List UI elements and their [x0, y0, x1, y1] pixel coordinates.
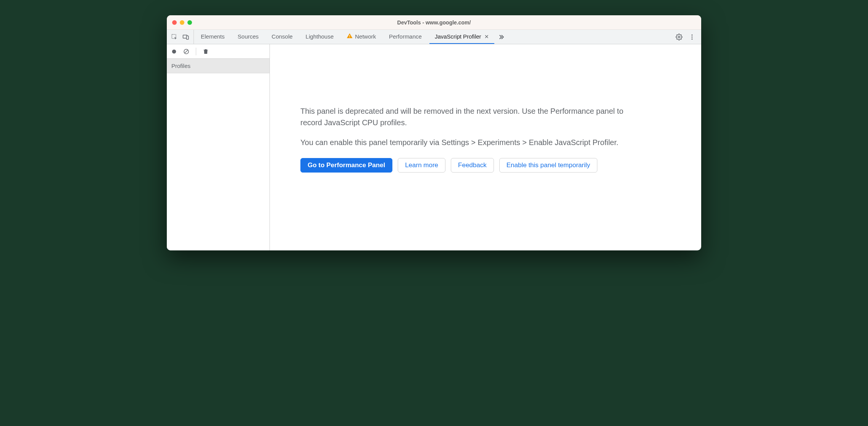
deprecation-paragraph-2: You can enable this panel temporarily vi…: [300, 137, 644, 148]
profiles-section-header[interactable]: Profiles: [167, 59, 269, 73]
tab-console[interactable]: Console: [266, 30, 298, 44]
learn-more-button[interactable]: Learn more: [398, 158, 445, 173]
devtools-tabs: Elements Sources Console Lighthouse Netw…: [195, 30, 494, 44]
tab-label: Sources: [238, 33, 259, 40]
devtools-window: DevTools - www.google.com/ Elements: [167, 15, 701, 250]
tab-network[interactable]: Network: [341, 30, 381, 44]
svg-point-5: [678, 36, 680, 38]
tab-lighthouse[interactable]: Lighthouse: [300, 30, 339, 44]
profiler-sidebar: Profiles: [167, 44, 270, 250]
window-close-button[interactable]: [172, 20, 177, 25]
svg-point-6: [692, 34, 693, 36]
inspect-element-icon[interactable]: [171, 33, 178, 41]
tabstrip-right-tools: [675, 30, 699, 44]
profiler-toolbar: [167, 44, 269, 59]
tab-label: JavaScript Profiler: [435, 33, 481, 40]
tabs-overflow-button[interactable]: [494, 30, 508, 44]
svg-point-8: [692, 38, 693, 39]
tab-label: Elements: [201, 33, 225, 40]
clear-icon[interactable]: [183, 48, 190, 55]
tab-javascript-profiler[interactable]: JavaScript Profiler ✕: [429, 30, 494, 44]
tab-elements[interactable]: Elements: [195, 30, 230, 44]
tab-label: Network: [355, 33, 376, 40]
settings-icon[interactable]: [675, 33, 683, 41]
svg-point-9: [172, 49, 176, 53]
toolbar-divider: [196, 48, 196, 55]
svg-point-7: [692, 36, 693, 37]
action-buttons: Go to Performance Panel Learn more Feedb…: [300, 158, 678, 173]
enable-panel-button[interactable]: Enable this panel temporarily: [499, 158, 597, 173]
tabstrip-left-tools: [169, 30, 194, 44]
warning-icon: [347, 33, 353, 40]
record-icon[interactable]: [171, 48, 177, 55]
window-title: DevTools - www.google.com/: [167, 19, 701, 26]
window-maximize-button[interactable]: [187, 20, 192, 25]
svg-rect-3: [349, 35, 350, 37]
more-menu-icon[interactable]: [688, 33, 696, 41]
trash-icon[interactable]: [202, 48, 209, 55]
go-to-performance-button[interactable]: Go to Performance Panel: [300, 158, 392, 173]
window-titlebar: DevTools - www.google.com/: [167, 15, 701, 30]
devtools-tabstrip: Elements Sources Console Lighthouse Netw…: [167, 30, 701, 44]
deprecation-notice: This panel is deprecated and will be rem…: [270, 44, 701, 250]
feedback-button[interactable]: Feedback: [451, 158, 494, 173]
tab-label: Console: [272, 33, 293, 40]
tab-performance[interactable]: Performance: [384, 30, 427, 44]
device-toolbar-icon[interactable]: [182, 33, 190, 41]
tab-sources[interactable]: Sources: [232, 30, 264, 44]
panel-main: Profiles This panel is deprecated and wi…: [167, 44, 701, 250]
svg-line-11: [185, 50, 188, 53]
svg-rect-2: [187, 36, 189, 39]
deprecation-paragraph-1: This panel is deprecated and will be rem…: [300, 105, 644, 128]
close-icon[interactable]: ✕: [484, 34, 489, 40]
svg-rect-4: [349, 37, 350, 37]
tab-label: Performance: [389, 33, 422, 40]
window-minimize-button[interactable]: [180, 20, 184, 25]
tab-label: Lighthouse: [306, 33, 334, 40]
traffic-lights: [167, 20, 192, 25]
